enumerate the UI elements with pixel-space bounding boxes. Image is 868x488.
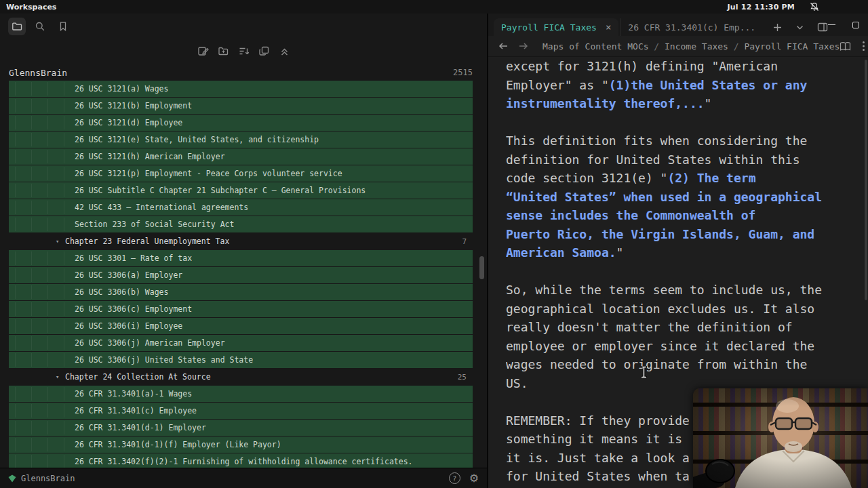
breadcrumb-segment[interactable]: Payroll FICA Taxes [744, 41, 840, 52]
help-icon[interactable]: ? [449, 472, 460, 484]
leaf-label: 26 CFR 31.3402(f)(2)-1 Furnishing of wit… [75, 457, 413, 466]
tree-leaf-row[interactable]: 26 USC 3306(i) Employee [9, 318, 473, 334]
collapse-all-icon[interactable] [278, 45, 290, 57]
pane-header: GlennsBrain 2515 [9, 65, 473, 80]
new-note-icon[interactable] [197, 45, 209, 57]
sidebar-layout-icon[interactable] [817, 22, 828, 33]
maximize-button[interactable] [852, 22, 859, 28]
status-bar: GlennsBrain ? ⚙ [0, 468, 487, 488]
item-count: 2515 [453, 68, 473, 77]
breadcrumb-segment[interactable]: Maps of Content MOCs [542, 41, 649, 52]
tab-close-icon[interactable]: × [606, 22, 611, 33]
tree-leaf-row[interactable]: 26 USC 3306(a) Employer [9, 267, 473, 283]
tree-leaf-row[interactable]: 26 USC 3121(a) Wages [9, 81, 473, 97]
files-folder-icon[interactable] [8, 18, 26, 35]
tree-leaf-row[interactable]: Section 233 of Social Security Act [9, 216, 473, 232]
vault-icon [8, 474, 16, 483]
outline-tree: 26 USC 3121(a) Wages26 USC 3121(b) Emplo… [0, 81, 487, 468]
leaf-label: 26 USC 3306(j) American Employer [75, 338, 225, 348]
leaf-label: 26 CFR 31.3401(d-1)(f) Employer (Like Pa… [75, 440, 281, 449]
more-options-icon[interactable] [862, 41, 865, 52]
tree-folder-row[interactable]: ▾Chapter 24 Collection At Source25 [0, 369, 487, 385]
screen: Workspaces Jul 12 11:30 PM [0, 0, 868, 488]
tree-leaf-row[interactable]: 26 USC 3121(p) Employment - Peace Corps … [9, 165, 473, 182]
leaf-label: 26 CFR 31.3401(c) Employee [75, 406, 197, 415]
right-scrollbar[interactable] [865, 60, 867, 300]
left-window: GlennsBrain 2515 26 USC 3121(a) Wages26 … [0, 14, 487, 488]
tab-label: 26 CFR 31.3401(c) Emp... [628, 22, 755, 33]
settings-gear-icon[interactable]: ⚙ [469, 473, 479, 484]
leaf-label: 26 USC 3121(p) Employment - Peace Corps … [75, 169, 342, 178]
clock[interactable]: Jul 12 11:30 PM [727, 3, 795, 12]
search-icon[interactable] [31, 18, 49, 35]
leaf-label: 26 USC 3121(b) Employment [75, 101, 192, 110]
tree-leaf-row[interactable]: 26 USC 3306(b) Wages [9, 284, 473, 300]
vault-title: GlennsBrain [9, 68, 67, 78]
tree-leaf-row[interactable]: 26 USC 3306(c) Employment [9, 301, 473, 317]
leaf-label: 26 USC 3121(a) Wages [75, 84, 168, 94]
chevron-down-icon[interactable] [795, 23, 804, 32]
breadcrumb-bar: Maps of Content MOCs / Income Taxes / Pa… [488, 36, 868, 57]
left-scrollbar[interactable] [479, 256, 484, 279]
tree-leaf-row[interactable]: 26 CFR 31.3401(d-1) Employer [9, 420, 473, 436]
leaf-label: 26 USC 3306(c) Employment [75, 304, 192, 314]
folder-count: 7 [462, 237, 467, 246]
collapse-chevron-icon[interactable]: ▾ [56, 238, 65, 245]
pane-toolbar [0, 45, 487, 57]
tree-leaf-row[interactable]: 42 USC 433 – International agreements [9, 199, 473, 216]
tab-label: Payroll FICA Taxes [501, 22, 597, 33]
leaf-label: Section 233 of Social Security Act [75, 220, 234, 229]
os-topbar: Workspaces Jul 12 11:30 PM [0, 0, 868, 14]
leaf-label: 26 USC Subtitle C Chapter 21 Subchapter … [75, 186, 366, 195]
leaf-label: 26 USC 3301 – Rate of tax [75, 253, 192, 263]
tree-leaf-row[interactable]: 26 USC 3121(b) Employment [9, 98, 473, 114]
leaf-label: 26 CFR 31.3401(a)-1 Wages [75, 389, 192, 399]
note-paragraph: except for 3121(h) defining "AmericanEmp… [506, 57, 859, 113]
tree-leaf-row[interactable]: 26 USC 3121(d) Employee [9, 115, 473, 131]
vault-switcher[interactable]: GlennsBrain [8, 474, 75, 483]
note-paragraph: So, while the terms seem to include us, … [506, 281, 859, 392]
bookmark-icon[interactable] [54, 18, 72, 35]
tree-leaf-row[interactable]: 26 USC 3121(h) American Employer [9, 148, 473, 165]
sort-icon[interactable] [237, 45, 250, 57]
tree-leaf-row[interactable]: 26 USC Subtitle C Chapter 21 Subchapter … [9, 182, 473, 199]
tree-leaf-row[interactable]: 26 CFR 31.3402(f)(2)-1 Furnishing of wit… [9, 453, 473, 468]
webcam-vignette [693, 388, 868, 488]
tree-leaf-row[interactable]: 26 CFR 31.3401(c) Employee [9, 403, 473, 419]
tree-folder-row[interactable]: ▾Chapter 23 Federal Unemployment Tax7 [0, 233, 487, 249]
reading-mode-icon[interactable] [840, 41, 851, 52]
folder-label: Chapter 24 Collection At Source [65, 372, 211, 382]
forward-arrow-icon[interactable] [518, 41, 529, 51]
ribbon [8, 18, 72, 35]
back-arrow-icon[interactable] [498, 41, 509, 51]
leaf-label: 26 USC 3306(b) Wages [75, 287, 168, 297]
breadcrumb-separator: / [649, 41, 665, 52]
tree-leaf-row[interactable]: 26 USC 3121(e) State, United States, and… [9, 131, 473, 148]
collapse-chevron-icon[interactable]: ▾ [56, 373, 65, 380]
breadcrumb: Maps of Content MOCs / Income Taxes / Pa… [542, 41, 840, 52]
vault-name: GlennsBrain [21, 474, 75, 483]
leaf-label: 26 USC 3306(a) Employer [75, 270, 182, 280]
workspaces-button[interactable]: Workspaces [6, 3, 56, 12]
tree-leaf-row[interactable]: 26 CFR 31.3401(a)-1 Wages [9, 386, 473, 402]
tree-leaf-row[interactable]: 26 CFR 31.3401(d-1)(f) Employer (Like Pa… [9, 436, 473, 453]
tab-26-cfr-313401c[interactable]: 26 CFR 31.3401(c) Emp... [620, 18, 763, 36]
minimize-button[interactable] [828, 24, 835, 26]
leaf-label: 26 USC 3121(e) State, United States, and… [75, 135, 319, 144]
breadcrumb-separator: / [728, 41, 744, 52]
expand-icon[interactable] [258, 45, 270, 57]
window-controls: × [828, 14, 868, 36]
leaf-label: 42 USC 433 – International agreements [75, 203, 248, 212]
leaf-label: 26 USC 3121(d) Employee [75, 118, 182, 127]
folder-count: 25 [458, 373, 467, 382]
tree-leaf-row[interactable]: 26 USC 3306(j) American Employer [9, 335, 473, 351]
tab-payroll-fica-taxes[interactable]: Payroll FICA Taxes × [494, 18, 618, 36]
tree-leaf-row[interactable]: 26 USC 3301 – Rate of tax [9, 250, 473, 266]
note-paragraph: This definition fits when considering th… [506, 131, 859, 262]
tab-bar: Payroll FICA Taxes × 26 CFR 31.3401(c) E… [488, 14, 868, 36]
tree-leaf-row[interactable]: 26 USC 3306(j) United States and State [9, 352, 473, 368]
notifications-muted-icon[interactable] [810, 2, 819, 12]
new-tab-icon[interactable] [772, 22, 783, 33]
breadcrumb-segment[interactable]: Income Taxes [665, 41, 728, 52]
new-folder-icon[interactable] [217, 45, 229, 57]
